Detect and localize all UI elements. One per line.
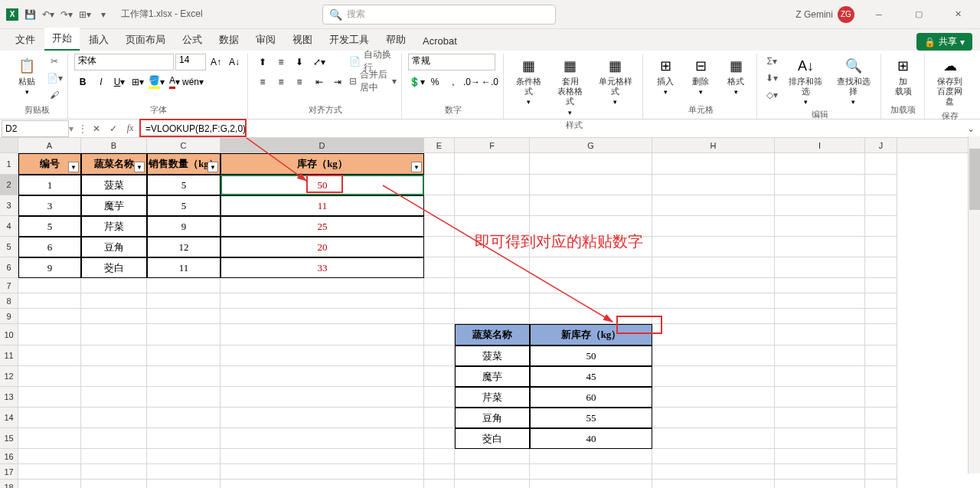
cell-D8[interactable] — [220, 293, 424, 309]
cell-C15[interactable] — [147, 428, 220, 449]
cell-G2[interactable] — [530, 175, 652, 195]
italic-button[interactable]: I — [93, 74, 109, 90]
find-select-button[interactable]: 🔍查找和选择▾ — [831, 54, 876, 109]
cell-H17[interactable] — [652, 464, 775, 480]
cell-J7[interactable] — [865, 278, 897, 293]
row-header-9[interactable]: 9 — [0, 309, 18, 324]
cell-I16[interactable] — [775, 449, 865, 464]
align-left-icon[interactable]: ≡ — [254, 74, 271, 90]
cell-D11[interactable] — [220, 346, 424, 366]
cell-D18[interactable] — [220, 480, 424, 488]
cell-F11[interactable]: 菠菜 — [455, 346, 530, 366]
cell-J17[interactable] — [865, 464, 897, 480]
cell-G18[interactable] — [530, 480, 652, 488]
cell-B6[interactable]: 茭白 — [81, 257, 147, 278]
cell-C2[interactable]: 5 — [147, 175, 220, 195]
cell-G6[interactable] — [530, 257, 652, 278]
confirm-formula-icon[interactable]: ✓ — [106, 121, 121, 136]
cell-I17[interactable] — [775, 464, 865, 480]
cell-I7[interactable] — [775, 278, 865, 293]
decrease-decimal-icon[interactable]: ←.0 — [482, 74, 498, 90]
share-button[interactable]: 🔒 共享 ▾ — [916, 33, 972, 51]
increase-decimal-icon[interactable]: .0→ — [463, 74, 480, 90]
cell-C10[interactable] — [147, 324, 220, 346]
cell-G15[interactable]: 40 — [530, 428, 652, 449]
cell-H13[interactable] — [652, 387, 775, 408]
cell-E5[interactable] — [424, 237, 455, 257]
cell-H12[interactable] — [652, 366, 775, 387]
cell-E8[interactable] — [424, 293, 455, 309]
cell-B10[interactable] — [81, 324, 147, 346]
column-header-J[interactable]: J — [865, 138, 897, 152]
wrap-text-button[interactable]: 📄 自动换行 — [349, 54, 397, 69]
cell-B7[interactable] — [81, 278, 147, 293]
tab-view[interactable]: 视图 — [285, 29, 320, 51]
comma-icon[interactable]: , — [445, 74, 462, 90]
scrollbar-thumb[interactable] — [969, 149, 980, 210]
cell-H14[interactable] — [652, 408, 775, 428]
addins-button[interactable]: ⊞加 载项 — [887, 54, 920, 100]
cell-J4[interactable] — [865, 216, 897, 237]
cell-I1[interactable] — [775, 153, 865, 175]
tab-review[interactable]: 审阅 — [248, 29, 283, 51]
cell-A13[interactable] — [18, 387, 81, 408]
tab-data[interactable]: 数据 — [211, 29, 247, 51]
cell-A9[interactable] — [18, 309, 81, 324]
row-header-7[interactable]: 7 — [0, 278, 18, 293]
cell-I9[interactable] — [775, 309, 865, 324]
cell-I2[interactable] — [775, 175, 865, 195]
cell-I14[interactable] — [775, 408, 865, 428]
column-header-G[interactable]: G — [530, 138, 652, 152]
maximize-button[interactable]: ▢ — [903, 3, 934, 26]
copy-icon[interactable]: 📄▾ — [46, 70, 63, 86]
cell-J10[interactable] — [865, 324, 897, 346]
save-baidu-button[interactable]: ☁保存到 百度网盘 — [931, 54, 969, 110]
font-name-select[interactable]: 宋体 — [74, 54, 174, 70]
cell-B17[interactable] — [81, 464, 147, 480]
tab-home[interactable]: 开始 — [44, 28, 80, 51]
cell-I11[interactable] — [775, 346, 865, 366]
cell-C9[interactable] — [147, 309, 220, 324]
cell-G7[interactable] — [530, 278, 652, 293]
cell-C1[interactable]: 销售数量（kg）▼ — [147, 153, 220, 175]
cell-E1[interactable] — [424, 153, 455, 175]
font-size-select[interactable]: 14 — [175, 54, 206, 70]
fx-icon[interactable]: fx — [122, 121, 138, 136]
tab-insert[interactable]: 插入 — [81, 29, 116, 51]
insert-cells-button[interactable]: ⊞插入▾ — [649, 54, 681, 99]
cell-C7[interactable] — [147, 278, 220, 293]
cell-G11[interactable]: 50 — [530, 346, 652, 366]
cell-H8[interactable] — [652, 293, 775, 309]
cell-J6[interactable] — [865, 257, 897, 278]
cell-H6[interactable] — [652, 257, 775, 278]
conditional-format-button[interactable]: ▦条件格式▾ — [510, 54, 548, 109]
border-button[interactable]: ⊞▾ — [129, 74, 146, 90]
format-painter-icon[interactable]: 🖌 — [46, 87, 63, 103]
row-header-10[interactable]: 10 — [0, 324, 18, 346]
cell-C11[interactable] — [147, 346, 220, 366]
cell-J13[interactable] — [865, 387, 897, 408]
name-box[interactable]: D2 — [2, 120, 69, 137]
cell-F6[interactable] — [455, 257, 530, 278]
merge-button[interactable]: ⊟ 合并后居中 ▾ — [349, 74, 397, 89]
filter-icon[interactable]: ▼ — [68, 162, 79, 172]
search-input[interactable]: 🔍 搜索 — [322, 5, 556, 25]
cell-A12[interactable] — [18, 366, 81, 387]
row-header-3[interactable]: 3 — [0, 195, 18, 216]
table-icon[interactable]: ⊞▾ — [78, 8, 92, 21]
cell-J2[interactable] — [865, 175, 897, 195]
cell-D14[interactable] — [220, 408, 424, 428]
cell-F12[interactable]: 魔芋 — [455, 366, 530, 387]
cell-I3[interactable] — [775, 195, 865, 216]
cell-D16[interactable] — [220, 449, 424, 464]
currency-icon[interactable]: 💲▾ — [408, 74, 425, 90]
cut-icon[interactable]: ✂ — [46, 54, 63, 69]
vertical-scrollbar[interactable] — [968, 136, 980, 473]
user-account[interactable]: Z Gemini ZG — [795, 6, 854, 23]
cell-G8[interactable] — [530, 293, 652, 309]
cell-H18[interactable] — [652, 480, 775, 488]
cell-I8[interactable] — [775, 293, 865, 309]
cell-I5[interactable] — [775, 237, 865, 257]
cell-D17[interactable] — [220, 464, 424, 480]
cell-B14[interactable] — [81, 408, 147, 428]
